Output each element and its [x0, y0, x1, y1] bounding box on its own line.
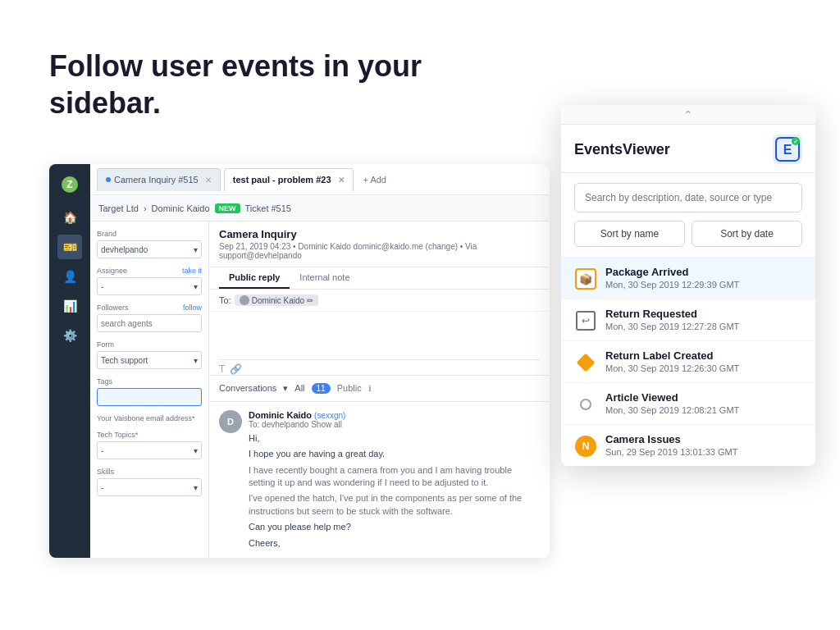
sidebar-home-icon[interactable]: 🏠 — [57, 205, 82, 230]
form-select[interactable]: Tech support ▾ — [97, 351, 202, 369]
conv-sender: Dominic Kaido — [249, 410, 312, 420]
tab-label-camera: Camera Inquiry #515 — [114, 175, 199, 185]
sidebar-reports-icon[interactable]: 📊 — [57, 294, 82, 318]
to-label: To: — [219, 295, 231, 305]
event-icon-wrap-label — [574, 351, 597, 374]
events-list: 📦 Package Arrived Mon, 30 Sep 2019 12:29… — [561, 257, 815, 466]
sidebar-settings-icon[interactable]: ⚙️ — [57, 323, 82, 348]
hero-title: Follow user events in your sidebar. — [49, 48, 443, 121]
events-title: EventsViewer — [574, 141, 670, 158]
conv-sender-link[interactable]: (sexxgn) — [314, 411, 345, 420]
event-item-camera: N Camera Issues Sun, 29 Sep 2019 13:01:3… — [561, 424, 815, 466]
recipient-edit-icon[interactable]: ✏ — [307, 296, 313, 305]
skills-value: - — [101, 483, 103, 492]
events-viewer-panel: ⌃ EventsViewer E ✓ Sort by name Sort by … — [561, 105, 815, 466]
brand-value: devhelpando — [101, 245, 148, 254]
sort-by-name-button[interactable]: Sort by name — [574, 221, 685, 247]
event-title-camera: Camera Issues — [605, 433, 802, 445]
recipient-badge: Dominic Kaido ✏ — [235, 294, 318, 306]
followers-label: Followers follow — [97, 304, 202, 312]
sort-by-date-button[interactable]: Sort by date — [692, 221, 802, 247]
conv-body: Hi, I hope you are having a great day. I… — [249, 432, 540, 550]
zd-topbar: Camera Inquiry #515 ✕ test paul - proble… — [90, 164, 550, 195]
message-area: T 🔗 — [209, 312, 550, 375]
email-label: Your Vaisbone email address* — [97, 414, 202, 422]
event-time-package: Mon, 30 Sep 2019 12:29:39 GMT — [605, 280, 802, 290]
event-icon-wrap-camera: N — [574, 435, 597, 458]
zd-content: Brand devhelpando ▾ Assignee take it - ▾ — [90, 221, 550, 558]
brand-chevron-icon: ▾ — [194, 245, 198, 254]
conversations-label: Conversations — [219, 383, 276, 393]
tech-topics-select[interactable]: - ▾ — [97, 441, 202, 459]
assignee-select[interactable]: - ▾ — [97, 277, 202, 295]
event-content-article: Article Viewed Mon, 30 Sep 2019 12:08:21… — [605, 391, 802, 415]
events-logo-icon: E ✓ — [773, 135, 802, 164]
panel-handle[interactable]: ⌃ — [561, 105, 815, 125]
event-title-article: Article Viewed — [605, 391, 802, 404]
n-badge-icon: N — [575, 436, 596, 457]
conversations-chevron-icon[interactable]: ▾ — [283, 383, 288, 394]
form-label: Form — [97, 340, 202, 349]
sidebar-logo-icon: Z — [57, 172, 82, 197]
brand-select[interactable]: devhelpando ▾ — [97, 240, 202, 258]
event-icon-wrap-article — [574, 393, 597, 416]
svg-text:E: E — [783, 143, 792, 157]
tab-camera-inquiry[interactable]: Camera Inquiry #515 ✕ — [97, 168, 221, 191]
conv-to: To: devhelpando Show all — [249, 420, 540, 429]
event-item-package-arrived: 📦 Package Arrived Mon, 30 Sep 2019 12:29… — [561, 257, 815, 299]
event-title-label: Return Label Created — [605, 349, 802, 362]
events-search-input[interactable] — [574, 183, 802, 212]
tab-dot — [106, 177, 111, 182]
event-time-return: Mon, 30 Sep 2019 12:27:28 GMT — [605, 322, 802, 331]
recipient-name: Dominic Kaido — [252, 296, 304, 305]
tab-test-paul[interactable]: test paul - problem #23 ✕ — [224, 168, 354, 191]
package-icon: 📦 — [575, 268, 596, 290]
add-tab-button[interactable]: + Add — [357, 171, 393, 189]
event-icon-wrap-package: 📦 — [574, 267, 597, 290]
tags-input[interactable] — [97, 388, 202, 406]
format-link-icon[interactable]: 🔗 — [230, 363, 242, 375]
sidebar-users-icon[interactable]: 👤 — [57, 264, 82, 289]
sort-buttons-row: Sort by name Sort by date — [561, 221, 815, 257]
ticket-panel: Camera Inquiry Sep 21, 2019 04:23 • Domi… — [209, 221, 550, 558]
event-content-camera: Camera Issues Sun, 29 Sep 2019 13:01:33 … — [605, 433, 802, 457]
tab-close-camera[interactable]: ✕ — [205, 176, 212, 185]
sidebar-tickets-icon[interactable]: 🎫 — [57, 235, 82, 259]
collapse-icon: ⌃ — [683, 108, 693, 121]
form-value: Tech support — [101, 356, 148, 365]
conv-all-label[interactable]: All — [294, 383, 304, 393]
zd-sidebar: Z 🏠 🎫 👤 📊 ⚙️ — [49, 164, 90, 558]
event-time-label: Mon, 30 Sep 2019 12:26:30 GMT — [605, 363, 802, 373]
event-title-package: Package Arrived — [605, 266, 802, 278]
conversation-item: D Dominic Kaido (sexxgn) To: devhelpando… — [209, 401, 550, 558]
assignee-field: Assignee take it - ▾ — [97, 267, 202, 295]
tech-topics-chevron-icon: ▾ — [194, 446, 198, 455]
search-agents-input[interactable] — [97, 314, 202, 332]
search-container — [574, 183, 802, 212]
diamond-icon — [577, 354, 596, 372]
tech-topics-field: Tech Topics* - ▾ — [97, 431, 202, 459]
event-content-package: Package Arrived Mon, 30 Sep 2019 12:29:3… — [605, 266, 802, 290]
event-item-return-requested: ↩ Return Requested Mon, 30 Sep 2019 12:2… — [561, 299, 815, 340]
conv-public-label[interactable]: Public — [337, 383, 362, 393]
conv-public-icon: ℹ — [368, 384, 372, 393]
take-it-link[interactable]: take it — [182, 267, 202, 275]
assignee-chevron-icon: ▾ — [194, 282, 198, 291]
tab-internal-note[interactable]: Internal note — [290, 267, 359, 289]
breadcrumb-new-badge: NEW — [215, 203, 240, 213]
event-content-label: Return Label Created Mon, 30 Sep 2019 12… — [605, 349, 802, 373]
skills-select[interactable]: - ▾ — [97, 478, 202, 496]
follow-link[interactable]: follow — [183, 304, 202, 312]
skills-chevron-icon: ▾ — [194, 483, 198, 492]
zd-main-area: Camera Inquiry #515 ✕ test paul - proble… — [90, 164, 550, 558]
format-bold-icon[interactable]: T — [219, 363, 225, 375]
zendesk-screenshot: Z 🏠 🎫 👤 📊 ⚙️ Camera Inquiry #515 ✕ test … — [49, 164, 550, 558]
followers-field: Followers follow — [97, 304, 202, 332]
tab-close-test[interactable]: ✕ — [338, 176, 345, 185]
form-field: Form Tech support ▾ — [97, 340, 202, 369]
to-row: To: Dominic Kaido ✏ — [209, 290, 550, 312]
circle-icon — [580, 399, 591, 410]
event-time-camera: Sun, 29 Sep 2019 13:01:33 GMT — [605, 447, 802, 457]
tab-public-reply[interactable]: Public reply — [219, 267, 290, 289]
breadcrumb: Target Ltd › Dominic Kaido NEW Ticket #5… — [90, 195, 550, 221]
